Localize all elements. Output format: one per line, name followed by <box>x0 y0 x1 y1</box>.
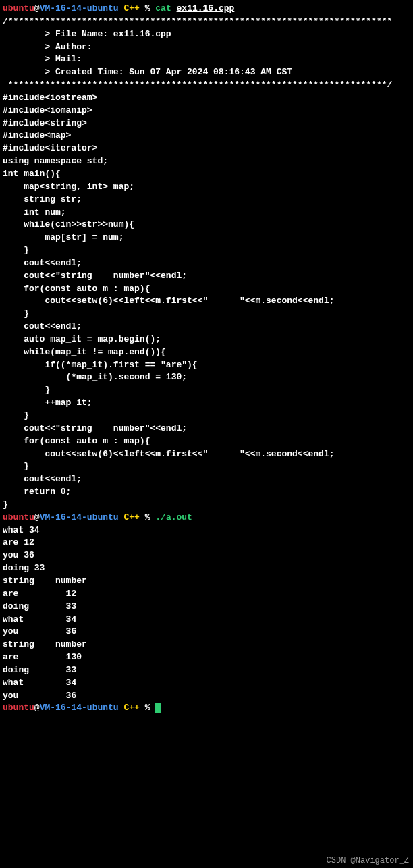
prompt-cpp: C++ <box>123 512 139 522</box>
prompt-pct: % <box>145 512 150 522</box>
code-line: > Mail: <box>3 53 410 66</box>
code-line: using namespace std; <box>3 155 410 168</box>
code-line: cout<<endl; <box>3 321 410 333</box>
cmd-file: ex11.16.cpp <box>177 3 235 13</box>
code-line: cout<<endl; <box>3 473 410 486</box>
code-line: > File Name: ex11.16.cpp <box>3 28 410 41</box>
output-line: what 34 <box>3 524 410 537</box>
cmd-exec: ./a.out <box>155 512 192 522</box>
prompt-cpp: C++ <box>123 703 139 713</box>
prompt-user: ubuntu <box>3 3 34 13</box>
code-line: } <box>3 499 410 512</box>
code-line: #include<map> <box>3 130 410 142</box>
output-line: are 12 <box>3 588 410 601</box>
output-line: string number <box>3 575 410 588</box>
prompt-user: ubuntu <box>3 512 34 522</box>
code-line: } <box>3 244 410 257</box>
code-line: int num; <box>3 207 410 219</box>
code-line: map[str] = num; <box>3 232 410 244</box>
code-line: cout<<endl; <box>3 257 410 270</box>
code-line: #include<string> <box>3 117 410 130</box>
prompt-line-1: ubuntu@VM-16-14-ubuntu C++ % cat ex11.16… <box>3 3 410 16</box>
code-line: int main(){ <box>3 168 410 181</box>
watermark: CSDN @Navigator_Z <box>327 855 409 867</box>
code-line: #include<iterator> <box>3 142 410 155</box>
output-line: are 130 <box>3 651 410 664</box>
output-line: you 36 <box>3 690 410 703</box>
prompt-at: @ <box>34 3 40 13</box>
prompt-cpp: C++ <box>123 3 139 13</box>
code-line: map<string, int> map; <box>3 181 410 194</box>
code-line: ****************************************… <box>3 79 410 92</box>
code-line: ++map_it; <box>3 397 410 410</box>
output-line: you 36 <box>3 549 410 562</box>
code-line: cout<<setw(6)<<left<<m.first<<" "<<m.sec… <box>3 295 410 308</box>
output-line: what 34 <box>3 614 410 626</box>
output-line: what 34 <box>3 677 410 690</box>
code-line: for(const auto m : map){ <box>3 283 410 296</box>
prompt-line-3[interactable]: ubuntu@VM-16-14-ubuntu C++ % <box>3 702 410 715</box>
prompt-pct: % <box>145 3 150 13</box>
prompt-at: @ <box>34 703 40 713</box>
code-line: #include<iomanip> <box>3 105 410 117</box>
output-line: are 12 <box>3 537 410 549</box>
code-line: } <box>3 460 410 473</box>
code-line: #include<iostream> <box>3 92 410 105</box>
output-line: doing 33 <box>3 562 410 575</box>
code-line: } <box>3 410 410 423</box>
output-line: doing 33 <box>3 664 410 677</box>
cmd-cat: cat <box>155 3 171 13</box>
code-line: > Created Time: Sun 07 Apr 2024 08:16:43… <box>3 66 410 79</box>
output-line: you 36 <box>3 626 410 639</box>
code-line: while(cin>>str>>num){ <box>3 219 410 232</box>
cursor-icon[interactable] <box>155 703 161 713</box>
code-line: } <box>3 384 410 397</box>
prompt-host: VM-16-14-ubuntu <box>40 703 119 713</box>
code-line: cout<<setw(6)<<left<<m.first<<" "<<m.sec… <box>3 448 410 461</box>
code-line: (*map_it).second = 130; <box>3 371 410 384</box>
code-line: cout<<"string number"<<endl; <box>3 423 410 435</box>
code-line: for(const auto m : map){ <box>3 435 410 448</box>
prompt-host: VM-16-14-ubuntu <box>40 512 119 522</box>
code-line: if((*map_it).first == "are"){ <box>3 359 410 372</box>
code-line: return 0; <box>3 486 410 499</box>
prompt-host: VM-16-14-ubuntu <box>40 3 119 13</box>
output-line: doing 33 <box>3 601 410 614</box>
code-line: while(map_it != map.end()){ <box>3 346 410 359</box>
code-line: auto map_it = map.begin(); <box>3 333 410 346</box>
prompt-user: ubuntu <box>3 703 34 713</box>
prompt-line-2: ubuntu@VM-16-14-ubuntu C++ % ./a.out <box>3 512 410 524</box>
code-line: } <box>3 308 410 321</box>
code-line: /***************************************… <box>3 16 410 28</box>
code-line: cout<<"string number"<<endl; <box>3 270 410 283</box>
prompt-at: @ <box>34 512 40 522</box>
code-line: > Author: <box>3 41 410 54</box>
output-line: string number <box>3 639 410 651</box>
prompt-pct: % <box>145 703 150 713</box>
code-line: string str; <box>3 194 410 207</box>
